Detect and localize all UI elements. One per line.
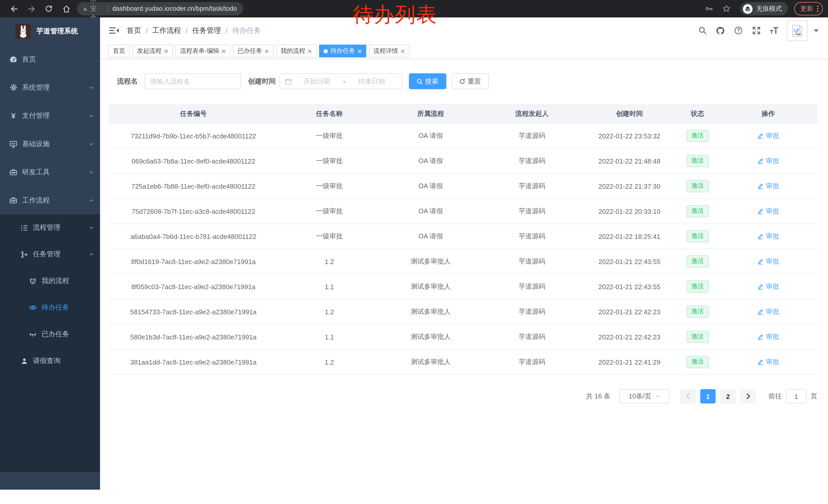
- sidebar-item-done-tasks[interactable]: 已办任务: [0, 321, 100, 348]
- approve-label: 审批: [766, 257, 779, 266]
- chevron-down-icon: [89, 141, 94, 146]
- breadcrumb-workflow[interactable]: 工作流程: [152, 26, 181, 35]
- cell-process: 测试多审批人: [381, 257, 481, 266]
- github-icon[interactable]: [716, 26, 725, 35]
- cell-initiator: 芋道源码: [481, 307, 583, 316]
- sidebar-item-home[interactable]: 首页: [0, 45, 100, 73]
- tag-tab-form-edit[interactable]: 流程表单-编辑: [175, 45, 230, 57]
- approve-link[interactable]: 审批: [757, 332, 779, 341]
- table-row: 8f059c03-7ac8-11ec-a9e2-a2380e71991a 1.1…: [109, 274, 817, 300]
- sidebar-item-label: 流程管理: [33, 223, 60, 232]
- sidebar-item-dev-tools[interactable]: 研发工具: [0, 158, 100, 186]
- create-time-label: 创建时间: [248, 77, 276, 86]
- bookmark-star-icon[interactable]: [718, 2, 735, 16]
- end-date-placeholder: 结束日期: [346, 77, 397, 86]
- page-button-1[interactable]: 1: [700, 389, 716, 404]
- page-size-select[interactable]: 10条/页: [619, 389, 669, 404]
- goto-page-input[interactable]: [786, 389, 806, 404]
- approve-link[interactable]: 审批: [757, 357, 779, 367]
- approve-link[interactable]: 审批: [757, 232, 779, 241]
- col-create-time: 创建时间: [583, 109, 676, 118]
- cell-task-id: 580e1b3d-7ac8-11ec-a9e2-a2380e71991a: [109, 333, 278, 341]
- sidebar-item-leave-query[interactable]: 请假查询: [0, 348, 100, 374]
- sidebar-item-infrastructure[interactable]: 基础设施: [0, 130, 100, 158]
- sidebar-item-system[interactable]: 系统管理: [0, 73, 100, 101]
- pagination-total: 共 16 条: [586, 392, 611, 401]
- sidebar-item-label: 已办任务: [42, 330, 69, 339]
- cell-process: OA 请假: [381, 156, 481, 166]
- sidebar-item-task-management[interactable]: 任务管理: [0, 241, 100, 268]
- status-badge: 激活: [686, 306, 709, 318]
- approve-link[interactable]: 审批: [757, 307, 779, 316]
- prev-page-button[interactable]: [680, 389, 696, 404]
- approve-link[interactable]: 审批: [757, 131, 779, 140]
- col-task-id: 任务编号: [109, 109, 278, 118]
- url-divider: [108, 5, 108, 12]
- tab-label: 待办任务: [330, 47, 355, 55]
- col-process: 所属流程: [381, 109, 481, 118]
- reset-button-label: 重置: [468, 77, 481, 86]
- status-badge: 激活: [686, 205, 709, 217]
- cell-task-id: 75d72608-7b7f-11ec-a3c8-acde48001122: [109, 208, 278, 215]
- breadcrumb-task-management[interactable]: 任务管理: [192, 26, 221, 35]
- cell-create-time: 2022-01-22 21:37:30: [583, 182, 676, 190]
- avatar[interactable]: [787, 20, 808, 41]
- page-button-2[interactable]: 2: [720, 389, 736, 404]
- tag-tab-todo-tasks[interactable]: 待办任务: [319, 45, 366, 57]
- url-bar[interactable]: 不安全 dashboard.yudao.iocoder.cn/bpm/task/…: [77, 2, 243, 15]
- close-icon[interactable]: [401, 49, 405, 53]
- approve-link[interactable]: 审批: [757, 156, 779, 166]
- hamburger-icon[interactable]: [105, 22, 123, 39]
- date-range-picker[interactable]: 开始日期 - 结束日期: [279, 73, 402, 89]
- browser-menu-icon[interactable]: [817, 5, 819, 12]
- sidebar-item-label: 支付管理: [22, 111, 50, 120]
- table-header-row: 任务编号 任务名称 所属流程 流程发起人 创建时间 状态 操作: [109, 104, 817, 124]
- tag-tab-process-detail[interactable]: 流程详情: [369, 45, 409, 57]
- tag-tab-home[interactable]: 首页: [108, 45, 130, 57]
- close-icon[interactable]: [308, 49, 312, 53]
- cell-task-id: 069c6a63-7b8a-11ec-8ef0-acde48001122: [109, 157, 278, 165]
- tag-tab-done-tasks[interactable]: 已办任务: [233, 45, 274, 57]
- browser-back-icon[interactable]: [5, 2, 23, 16]
- next-page-button[interactable]: [740, 389, 756, 404]
- browser-forward-icon[interactable]: [23, 2, 40, 16]
- close-icon[interactable]: [222, 49, 226, 53]
- password-key-icon[interactable]: [700, 2, 718, 16]
- approve-link[interactable]: 审批: [757, 257, 779, 266]
- sidebar-item-label: 待办任务: [42, 303, 69, 312]
- fullscreen-icon[interactable]: [752, 26, 761, 35]
- tab-label: 发起流程: [137, 47, 162, 55]
- search-icon[interactable]: [698, 26, 707, 35]
- approve-link[interactable]: 审批: [757, 182, 779, 191]
- sidebar-item-workflow[interactable]: 工作流程: [0, 186, 100, 214]
- sidebar-logo[interactable]: 芋道管理系统: [0, 17, 100, 45]
- search-button[interactable]: 搜索: [409, 73, 446, 89]
- breadcrumb-home[interactable]: 首页: [127, 26, 141, 35]
- approve-label: 审批: [766, 332, 779, 341]
- close-icon[interactable]: [358, 49, 362, 53]
- sidebar-item-payment[interactable]: ¥ 支付管理: [0, 101, 100, 130]
- cell-task-id: 73211d9d-7b9b-11ec-b5b7-acde48001122: [109, 132, 278, 140]
- browser-toolbar-right: 无痕模式 更新: [700, 2, 823, 16]
- approve-link[interactable]: 审批: [757, 207, 779, 216]
- tag-tab-my-process[interactable]: 我的流程: [276, 45, 317, 57]
- reset-button[interactable]: 重置: [451, 73, 489, 89]
- browser-home-icon[interactable]: [57, 2, 75, 16]
- tag-tab-start-process[interactable]: 发起流程: [132, 45, 173, 57]
- browser-update-button[interactable]: 更新: [794, 2, 823, 15]
- close-icon[interactable]: [265, 49, 269, 53]
- close-icon[interactable]: [164, 49, 168, 53]
- avatar-caret-icon[interactable]: [814, 29, 819, 32]
- sidebar-item-todo-tasks[interactable]: 待办任务: [0, 294, 100, 321]
- help-icon[interactable]: [734, 26, 743, 35]
- sidebar-item-process-management[interactable]: 流程管理: [0, 214, 100, 241]
- breadcrumb: 首页 / 工作流程 / 任务管理 / 待办任务: [127, 26, 261, 35]
- cell-process: OA 请假: [381, 232, 481, 241]
- process-name-input[interactable]: [144, 73, 241, 89]
- font-size-icon[interactable]: [770, 26, 779, 35]
- approve-link[interactable]: 审批: [757, 282, 779, 291]
- cell-create-time: 2022-01-21 22:43:55: [583, 258, 676, 265]
- browser-reload-icon[interactable]: [40, 2, 57, 16]
- sidebar-item-my-process[interactable]: 我的流程: [0, 268, 100, 294]
- task-table: 任务编号 任务名称 所属流程 流程发起人 创建时间 状态 操作 73211d9d…: [109, 104, 817, 375]
